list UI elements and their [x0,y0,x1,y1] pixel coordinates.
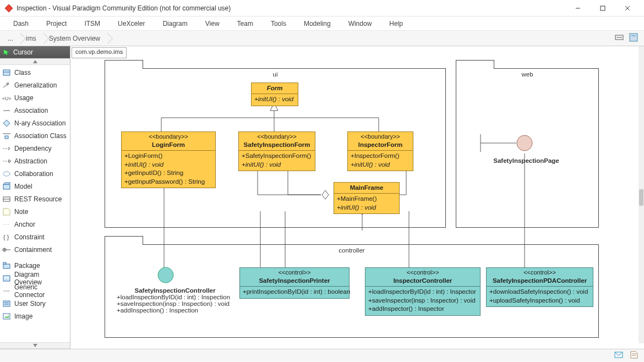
class-safetyinspectionprinter[interactable]: <<control>>SafetyInspectionPrinter +prin… [239,267,350,299]
svg-rect-7 [630,34,637,41]
class-safetyinspectioncontroller[interactable]: SafetyInspectionController +loadInspecti… [114,287,236,314]
menu-project[interactable]: Project [37,18,75,30]
note-statusbar-icon[interactable] [630,350,638,361]
palette-item-class[interactable]: Class [0,66,70,79]
abstraction-icon [2,157,11,166]
palette-cursor-label: Cursor [13,48,33,56]
nary-icon [2,119,11,128]
palette-item-abstraction[interactable]: Abstraction [0,155,70,167]
package-controller-label: controller [105,247,598,254]
palette-scroll-down[interactable] [0,342,70,349]
window-title: Inspection - Visual Paradigm Community E… [17,4,231,12]
palette-item-usage[interactable]: «U»Usage [0,91,70,104]
package-ui-label: ui [105,71,445,78]
svg-rect-36 [3,262,6,264]
anchor-icon [2,220,11,229]
app-logo [4,4,13,13]
palette-item-image[interactable]: Image [0,310,70,322]
menu-tools[interactable]: Tools [262,18,295,30]
svg-marker-0 [5,4,13,12]
class-loginform[interactable]: <<boundary>>LoginForm +LoginForm() +init… [121,131,216,188]
palette-item-dependency[interactable]: Dependency [0,142,70,155]
breadcrumb-root[interactable]: ... [3,33,21,44]
class-mainframe[interactable]: MainFrame +MainFrame() +initUI() : void [334,182,400,214]
svg-text:{ }: { } [3,234,9,240]
palette-item-rest[interactable]: REST Resource [0,193,70,205]
breadcrumbs: ... ims System Overview [3,33,614,44]
palette-item-collaboration[interactable]: Collaboration [0,167,70,180]
assocclass-icon [2,131,11,140]
menu-view[interactable]: View [197,18,228,30]
svg-marker-14 [7,83,9,85]
svg-marker-28 [3,209,10,215]
menu-uexceler[interactable]: UeXceler [109,18,154,30]
usage-icon: «U» [2,94,11,102]
palette-item-note[interactable]: Note [0,205,70,218]
palette-item-containment[interactable]: Containment [0,243,70,256]
svg-rect-41 [3,301,10,306]
package-icon [2,261,11,270]
palette-item-constraint[interactable]: { }Constraint [0,231,70,243]
minimize-button[interactable] [565,1,590,16]
class-safetyinspectionpage[interactable]: SafetyInspectionPage [488,157,565,164]
rest-icon [2,195,11,204]
menu-help[interactable]: Help [380,18,412,30]
class-inspectorcontroller[interactable]: <<control>>InspectorController +loadInsp… [365,267,481,316]
model-icon [2,182,11,191]
class-safetyinspectionform[interactable]: <<boundary>>SafetyInspectionForm +Safety… [238,131,315,171]
mail-icon[interactable] [614,350,623,361]
palette-item-generalization[interactable]: Generalization [0,79,70,91]
menu-diagram[interactable]: Diagram [154,18,196,30]
class-inspectorform[interactable]: <<boundary>>InspectorForm +InspectorForm… [347,131,413,171]
palette-item-association[interactable]: Association [0,104,70,117]
package-web[interactable]: web [456,68,599,228]
svg-rect-24 [3,184,10,189]
svg-marker-9 [4,50,9,55]
svg-rect-19 [5,136,8,139]
palette-item-user-story[interactable]: User Story [0,297,70,310]
palette-cursor[interactable]: Cursor [0,46,70,58]
svg-marker-22 [9,160,11,163]
svg-rect-11 [3,70,10,75]
image-icon [2,312,11,321]
containment-icon [2,245,11,254]
close-button[interactable] [615,1,640,16]
class-form[interactable]: Form +initUI() : void [251,83,298,106]
menu-window[interactable]: Window [340,18,381,30]
svg-marker-25 [3,183,10,184]
overview-icon [2,274,11,283]
svg-marker-10 [33,60,37,63]
maximize-button[interactable] [590,1,615,16]
connector-icon [2,287,11,295]
note-icon [2,207,11,216]
palette-item-model[interactable]: Model [0,180,70,193]
svg-marker-55 [631,352,637,358]
svg-point-23 [3,172,10,176]
class-icon [2,68,11,77]
svg-rect-37 [3,276,10,281]
menu-team[interactable]: Team [228,18,262,30]
palette-item-assocclass[interactable]: Association Class [0,129,70,142]
menu-dash[interactable]: Dash [4,18,37,30]
menu-modeling[interactable]: Modeling [295,18,340,30]
svg-rect-35 [3,264,10,268]
palette-item-anchor[interactable]: Anchor [0,218,70,231]
dependency-icon [2,144,11,153]
cursor-icon [3,49,10,56]
package-web-label: web [456,71,598,78]
palette-scroll-up[interactable] [0,58,70,65]
menu-itsm[interactable]: ITSM [75,18,109,30]
breadcrumb-system[interactable]: System Overview [43,33,108,44]
toolbar-icon-b[interactable] [629,32,638,44]
status-bar [0,349,644,362]
vertical-scrollbar[interactable] [638,46,644,343]
toolbar-icon-a[interactable] [614,32,624,44]
svg-rect-2 [601,6,605,10]
breadcrumb-bar: ... ims System Overview [0,31,644,46]
constraint-icon: { } [2,233,11,242]
class-pdacontroller[interactable]: <<control>>SafetyInspectionPDAController… [486,267,593,307]
diagram-editor[interactable]: com.vp.demo.ims [70,46,644,349]
palette-item-generic-connector[interactable]: Generic Connector [0,284,70,297]
palette-item-nary[interactable]: N-ary Association [0,117,70,129]
userstory-icon [2,299,11,308]
